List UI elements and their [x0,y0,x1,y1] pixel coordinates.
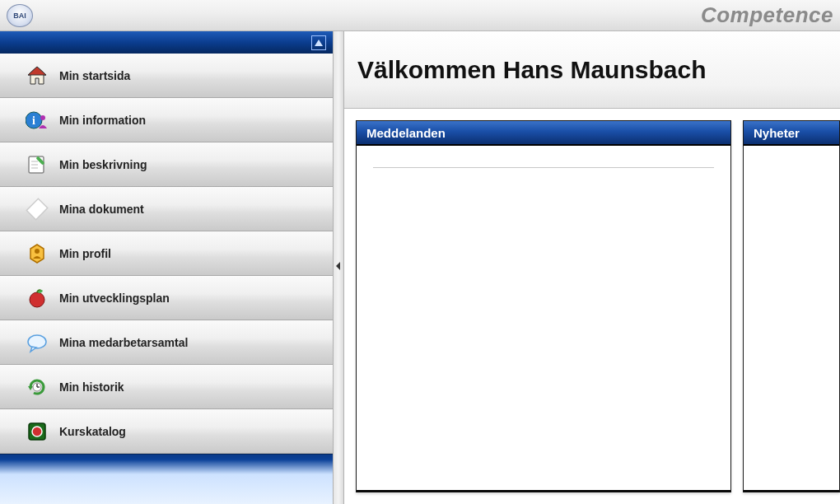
sidebar-item-label: Mina medarbetarsamtal [59,336,188,349]
sidebar-item-label: Min beskrivning [59,158,147,171]
splitter[interactable] [333,31,344,504]
svg-point-13 [35,249,40,254]
svg-marker-0 [315,40,323,46]
brand-title: Competence [701,2,833,28]
sidebar: Min startsida i Min information [0,31,333,504]
sidebar-header [0,31,333,54]
edit-note-icon [25,152,49,177]
title-area: Välkommen Hans Maunsbach [344,31,840,109]
sidebar-item-profil[interactable]: Min profil [0,231,333,276]
panel-news-header: Nyheter [744,121,839,146]
divider [373,167,714,168]
info-person-icon: i [25,108,49,133]
sidebar-item-label: Mina dokument [59,203,144,216]
svg-rect-11 [26,198,47,219]
svg-point-5 [40,115,45,120]
chat-bubble-icon [25,330,49,355]
history-icon [25,375,49,399]
panel-messages-header: Meddelanden [357,121,730,146]
svg-marker-23 [336,262,340,270]
splitter-handle-icon [335,260,342,275]
svg-point-22 [32,427,42,436]
svg-point-14 [30,292,44,307]
apple-plan-icon [25,286,49,310]
sidebar-item-beskrivning[interactable]: Min beskrivning [0,142,333,187]
sidebar-item-label: Min information [59,114,146,127]
collapse-sidebar-button[interactable] [311,35,326,50]
svg-marker-2 [28,67,46,75]
sidebar-items: Min startsida i Min information [0,54,333,454]
panel-messages-body [357,146,730,492]
document-icon [25,197,49,222]
sidebar-item-label: Min profil [59,247,111,260]
sidebar-item-medarbetarsamtal[interactable]: Mina medarbetarsamtal [0,320,333,365]
svg-point-16 [28,335,46,348]
home-icon [25,63,49,88]
sidebar-item-label: Kurskatalog [59,425,126,438]
catalog-icon [25,419,49,444]
topbar: BAI Competence [0,0,840,31]
sidebar-item-label: Min historik [59,380,124,394]
profile-badge-icon [25,241,49,266]
panel-news-body [744,146,839,492]
sidebar-item-label: Min utvecklingsplan [59,292,170,305]
sidebar-item-historik[interactable]: Min historik [0,365,333,409]
sidebar-item-dokument[interactable]: Mina dokument [0,187,333,231]
sidebar-item-information[interactable]: i Min information [0,98,333,142]
panel-news: Nyheter [743,120,840,492]
panel-messages: Meddelanden [356,120,731,492]
sidebar-item-kurskatalog[interactable]: Kurskatalog [0,409,333,454]
svg-text:i: i [32,114,35,127]
app-logo: BAI [7,4,33,27]
page-title: Välkommen Hans Maunsbach [357,56,706,84]
sidebar-item-startsida[interactable]: Min startsida [0,54,333,98]
main-content: Välkommen Hans Maunsbach Meddelanden Nyh… [344,31,840,504]
sidebar-item-label: Min startsida [59,69,130,82]
sidebar-item-utvecklingsplan[interactable]: Min utvecklingsplan [0,276,333,320]
panels-row: Meddelanden Nyheter [344,109,840,504]
triangle-up-icon [314,38,324,48]
svg-marker-17 [28,386,33,390]
sidebar-footer [0,454,333,504]
